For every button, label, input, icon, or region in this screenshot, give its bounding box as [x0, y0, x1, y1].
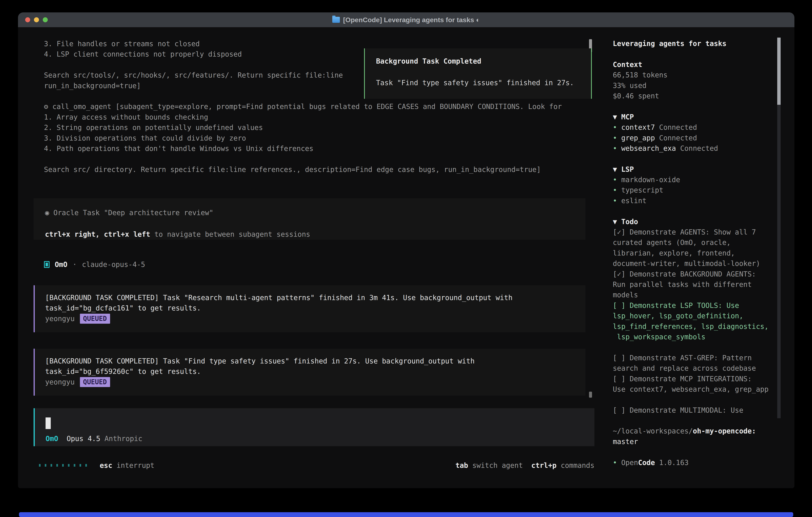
output-line: 1. Array access without bounds checking — [44, 112, 562, 123]
mcp-section-header[interactable]: ▼ MCP — [613, 112, 768, 122]
tab-key-hint: tab — [456, 461, 468, 469]
traffic-lights — [25, 18, 48, 22]
task-message-line: [BACKGROUND TASK COMPLETED] Task "Find t… — [45, 356, 474, 366]
queued-user: yeongyu — [45, 378, 75, 386]
output-line: 3. File handles or streams not closed — [44, 38, 562, 49]
todo-item-line: search and replace across codebase — [613, 363, 768, 374]
main-scrollbar-marker[interactable] — [589, 392, 592, 398]
session-title: Leveraging agents for tasks — [613, 38, 768, 49]
version-name-bold: Code — [638, 459, 655, 467]
zoom-window-button[interactable] — [43, 18, 48, 22]
blank-line — [613, 342, 768, 352]
opencode-version: • OpenCode 1.0.163 — [613, 457, 768, 468]
spinner-dots-icon — [39, 464, 87, 467]
tool-call-line: ⚙ call_omo_agent [subagent_type=explore,… — [44, 101, 562, 112]
lsp-item: • typescript — [613, 185, 768, 195]
blank-line — [613, 101, 768, 112]
window-titlebar[interactable]: [OpenCode] Leveraging agents for tasks ◐ — [18, 12, 794, 28]
background-task-message: [BACKGROUND TASK COMPLETED] Task "Find t… — [34, 349, 585, 396]
todo-item-line: models — [613, 290, 768, 300]
todo-item-line: [✓] Demonstrate BACKGROUND AGENTS: — [613, 269, 768, 279]
lsp-item: • eslint — [613, 195, 768, 206]
status-bar: esc interrupt tab switch agent ctrl+p co… — [39, 460, 594, 471]
todo-item-line: librarian, explore, frontend, — [613, 248, 768, 258]
task-message-line: task_id="bg_6f59260c" to get results. — [45, 366, 474, 377]
close-window-button[interactable] — [25, 18, 30, 22]
ctrlp-key-hint: ctrl+p — [531, 461, 556, 469]
lsp-name: typescript — [621, 186, 663, 194]
desktop-accent-bar — [19, 512, 793, 517]
window-title: [OpenCode] Leveraging agents for tasks ◐ — [343, 16, 480, 24]
model-name: claude-opus-4-5 — [82, 261, 145, 269]
subagent-nav-hint: ctrl+x right, ctrl+x left to navigate be… — [45, 229, 310, 240]
mcp-status: Connected — [676, 144, 718, 152]
lsp-name: markdown-oxide — [621, 176, 680, 184]
task-message-line: [BACKGROUND TASK COMPLETED] Task "Resear… — [45, 293, 513, 303]
todo-item-line: [ ] Demonstrate MCP INTEGRATIONS: — [613, 374, 768, 384]
queued-badge: QUEUED — [80, 314, 110, 324]
mcp-item: • grep_app Connected — [613, 133, 768, 143]
output-line: 2. String operations on potentially unde… — [44, 123, 562, 133]
lsp-heading: LSP — [621, 165, 634, 173]
status-dot-icon: • — [613, 144, 617, 152]
workspace-path-prefix: ~/local-workspaces/ — [613, 427, 693, 435]
hint-text: to navigate between subagent sessions — [150, 230, 310, 238]
blank-line — [44, 154, 562, 164]
lsp-section-header[interactable]: ▼ LSP — [613, 164, 768, 174]
background-task-message: [BACKGROUND TASK COMPLETED] Task "Resear… — [34, 285, 585, 332]
spacer — [100, 435, 105, 443]
workspace-repo: oh-my-opencode: — [693, 427, 756, 435]
chevron-down-icon: ▼ — [613, 165, 621, 173]
hint-keys: ctrl+x right, ctrl+x left — [45, 230, 150, 238]
todo-section-header[interactable]: ▼ Todo — [613, 217, 768, 227]
blank-line — [613, 447, 768, 457]
todo-item-line: [ ] Demonstrate MULTIMODAL: Use — [613, 405, 768, 415]
mcp-status: Connected — [655, 134, 697, 142]
separator-dot: · — [72, 261, 77, 269]
status-dot-icon: • — [613, 124, 617, 131]
todo-item-line: Use context7, websearch_exa, grep_app — [613, 384, 768, 394]
input-agent-name: OmO — [46, 435, 58, 443]
mcp-name: context7 — [621, 124, 655, 131]
context-used: 33% used — [613, 80, 768, 91]
todo-item-line-active: lsp_hover, lsp_goto_definition, — [613, 311, 768, 321]
task-message-line: task_id="bg_dcfac161" to get results. — [45, 303, 513, 313]
lsp-item: • markdown-oxide — [613, 174, 768, 185]
minimize-window-button[interactable] — [34, 18, 39, 22]
context-tokens: 66,518 tokens — [613, 70, 768, 80]
queued-user: yeongyu — [45, 315, 75, 323]
agent-model-header: OmO · claude-opus-4-5 — [44, 261, 145, 269]
context-spent: $0.46 spent — [613, 91, 768, 101]
output-line: 3. Division operations that could divide… — [44, 133, 562, 143]
spacer — [58, 435, 66, 443]
blank-line — [613, 49, 768, 59]
status-dot-icon: • — [613, 186, 617, 194]
todo-item-line-active: lsp_workspace_symbols — [613, 332, 768, 342]
mcp-item: • websearch_exa Connected — [613, 143, 768, 154]
input-model-name: Opus 4.5 — [66, 435, 100, 443]
input-provider-name: Anthropic — [105, 435, 142, 443]
todo-item-line-active: [ ] Demonstrate LSP TOOLS: Use — [613, 300, 768, 311]
blank-line — [613, 394, 768, 405]
text-cursor — [46, 417, 51, 429]
chevron-down-icon: ▼ — [613, 113, 621, 121]
tab-key-label: switch agent — [468, 461, 523, 469]
todo-item-line-active: lsp_find_references, lsp_diagnostics, — [613, 321, 768, 332]
sidebar-scrollbar-thumb[interactable] — [777, 37, 781, 105]
oracle-task-title: ◉ Oracle Task "Deep architecture review" — [45, 208, 213, 218]
mcp-item: • context7 Connected — [613, 122, 768, 133]
todo-item-line: document-writer, multimodal-looker) — [613, 258, 768, 269]
ctrlp-key-label: commands — [556, 461, 594, 469]
status-dot-icon: • — [613, 176, 617, 184]
todo-item-line: Run parallel tasks with different — [613, 279, 768, 290]
todo-item-line: curated agents (OmO, oracle, — [613, 237, 768, 248]
output-line: 4. Path operations that don't handle Win… — [44, 143, 562, 154]
workspace-path: ~/local-workspaces/oh-my-opencode: — [613, 426, 768, 436]
queued-badge: QUEUED — [80, 377, 110, 387]
prompt-input[interactable]: OmO Opus 4.5 Anthropic — [34, 408, 594, 446]
blank-line — [613, 206, 768, 216]
window-title-group: [OpenCode] Leveraging agents for tasks ◐ — [332, 16, 480, 24]
chevron-down-icon: ▼ — [613, 218, 621, 226]
terminal-content: 3. File handles or streams not closed 4.… — [18, 28, 794, 488]
workspace-branch: master — [613, 436, 768, 447]
